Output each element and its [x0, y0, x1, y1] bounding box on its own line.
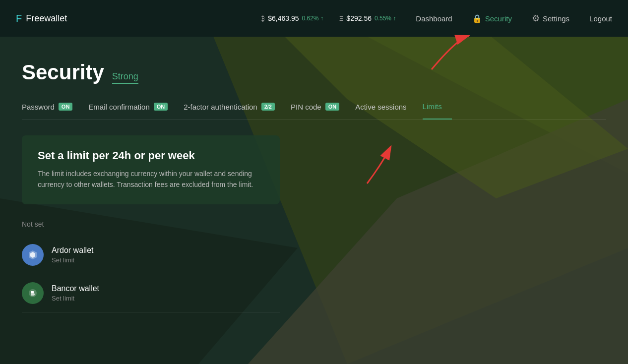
bancor-wallet-item[interactable]: Bancor wallet Set limit	[22, 274, 280, 312]
crypto-prices: ₿ $6,463.95 0.62% ↑ Ξ $292.56 0.55% ↑	[261, 14, 396, 22]
header: F Freewallet ₿ $6,463.95 0.62% ↑ Ξ $292.…	[0, 0, 628, 37]
limits-info-box: Set a limit per 24h or per week The limi…	[22, 135, 280, 204]
tab-limits[interactable]: Limits	[423, 102, 452, 120]
tab-password[interactable]: Password ON	[22, 103, 82, 119]
logo-icon: F	[16, 13, 22, 24]
lock-icon: 🔒	[472, 14, 482, 23]
ardor-avatar	[22, 244, 44, 266]
2fa-badge: 2/2	[261, 103, 275, 111]
ardor-wallet-item[interactable]: Ardor wallet Set limit	[22, 236, 280, 274]
tab-2fa[interactable]: 2-factor authentication 2/2	[184, 103, 285, 119]
ardor-wallet-info: Ardor wallet Set limit	[52, 246, 93, 264]
bancor-wallet-info: Bancor wallet Set limit	[52, 284, 99, 302]
ardor-set-limit[interactable]: Set limit	[52, 256, 93, 264]
bancor-avatar	[22, 282, 44, 304]
eth-price-item: Ξ $292.56 0.55% ↑	[339, 14, 396, 22]
info-box-title: Set a limit per 24h or per week	[38, 149, 264, 162]
nav-dashboard[interactable]: Dashboard	[416, 14, 452, 23]
bancor-wallet-name: Bancor wallet	[52, 284, 99, 293]
eth-price: $292.56	[346, 14, 372, 22]
bitcoin-change: 0.62% ↑	[302, 15, 323, 22]
info-box-text: The limit includes exchanging currency w…	[38, 168, 264, 190]
not-set-label: Not set	[22, 220, 606, 228]
password-badge: ON	[59, 103, 73, 111]
main-content: Security Strong Password ON Email confir…	[0, 37, 628, 312]
page-title-row: Security Strong	[22, 61, 606, 84]
wallet-list: Ardor wallet Set limit Bancor wallet Set…	[22, 236, 280, 312]
security-strength-badge: Strong	[112, 71, 138, 84]
tab-pin-code[interactable]: PIN code ON	[291, 103, 349, 119]
bitcoin-price-item: ₿ $6,463.95 0.62% ↑	[261, 14, 323, 22]
eth-change: 0.55% ↑	[375, 15, 396, 22]
email-badge: ON	[154, 103, 168, 111]
bitcoin-symbol: ₿	[261, 15, 265, 22]
logo: F Freewallet	[16, 13, 67, 24]
nav-logout[interactable]: Logout	[589, 14, 612, 23]
pin-badge: ON	[325, 103, 340, 111]
bancor-set-limit[interactable]: Set limit	[52, 295, 99, 302]
eth-symbol: Ξ	[339, 15, 343, 22]
logo-text: Freewallet	[26, 13, 67, 24]
main-nav: Dashboard 🔒 Security ⚙ Settings Logout	[416, 13, 612, 24]
gear-icon: ⚙	[532, 13, 540, 24]
tab-email-confirmation[interactable]: Email confirmation ON	[88, 103, 178, 119]
nav-security[interactable]: 🔒 Security	[472, 14, 512, 23]
ardor-wallet-name: Ardor wallet	[52, 246, 93, 255]
tab-active-sessions[interactable]: Active sessions	[355, 103, 416, 119]
security-tabs: Password ON Email confirmation ON 2-fact…	[22, 102, 606, 120]
bitcoin-price: $6,463.95	[268, 14, 299, 22]
page-title: Security	[22, 61, 104, 84]
nav-settings[interactable]: ⚙ Settings	[532, 13, 569, 24]
